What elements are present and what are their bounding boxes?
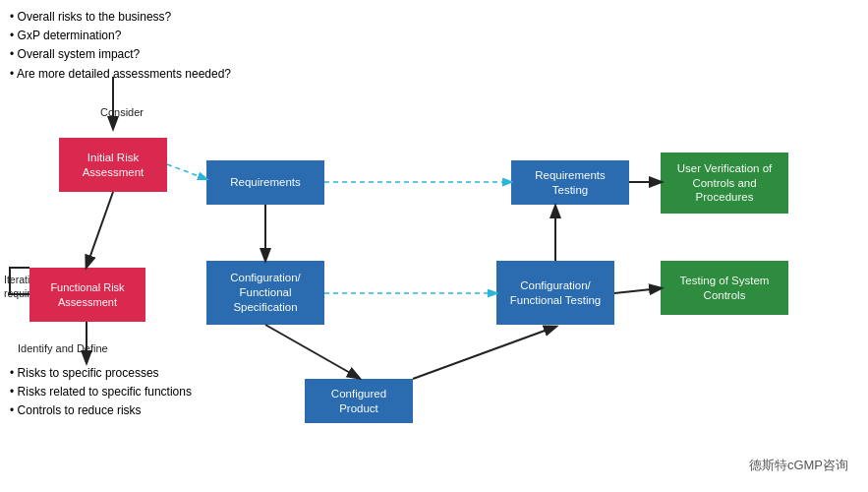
user-verification-box: User Verification of Controls and Proced… (661, 153, 788, 214)
bullet-3: Overall system impact? (18, 47, 141, 61)
identify-label: Identify and Define (18, 342, 108, 354)
bullet-4: Are more detailed assessments needed? (17, 67, 231, 81)
bullet-list-bottom: • Risks to specific processes • Risks re… (10, 364, 192, 421)
bullet-2: GxP determination? (18, 29, 122, 42)
svg-line-9 (614, 288, 661, 293)
config-testing-box: Configuration/ Functional Testing (496, 261, 614, 325)
testing-controls-box: Testing of System Controls (661, 261, 788, 315)
svg-line-4 (413, 327, 555, 379)
config-spec-box: Configuration/ Functional Specification (206, 261, 324, 325)
bullet-list-top: • Overall risks to the business? • GxP d… (10, 8, 231, 84)
bullet-b3: Controls to reduce risks (18, 403, 142, 417)
bullet-b2: Risks related to specific functions (18, 385, 192, 399)
consider-label: Consider (100, 106, 144, 118)
configured-product-box: Configured Product (305, 379, 413, 423)
diagram-container: • Overall risks to the business? • GxP d… (0, 0, 868, 492)
bullet-b1: Risks to specific processes (18, 366, 159, 380)
requirements-box: Requirements (206, 160, 324, 205)
bullet-1: Overall risks to the business? (18, 10, 172, 24)
watermark: 德斯特cGMP咨询 (749, 457, 848, 474)
svg-line-12 (87, 192, 113, 267)
svg-line-1 (167, 164, 206, 179)
svg-line-3 (265, 325, 359, 378)
requirements-testing-box: Requirements Testing (511, 160, 629, 205)
functional-risk-box: Functional Risk Assessment (29, 268, 145, 322)
initial-risk-box: Initial Risk Assessment (59, 138, 167, 192)
